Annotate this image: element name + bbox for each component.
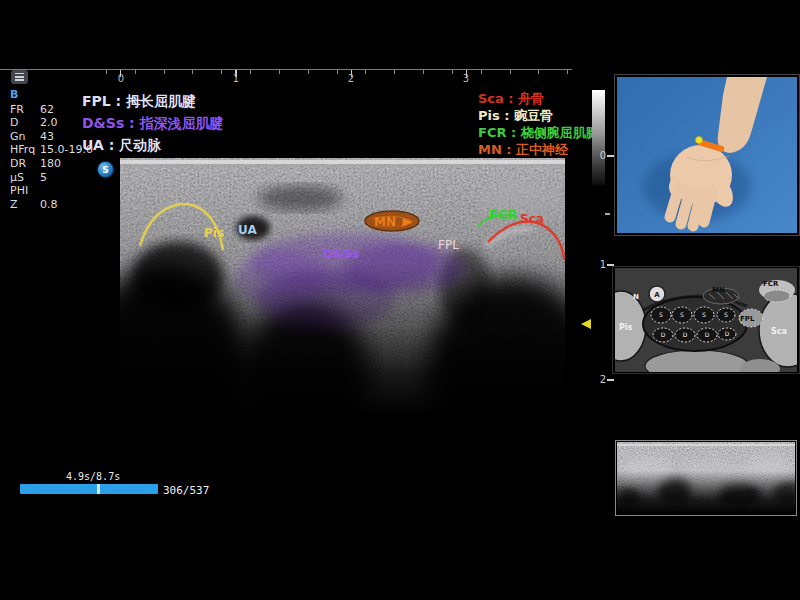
focus-position-marker[interactable] [581, 319, 591, 329]
param-value: 62 [40, 103, 54, 117]
playback-time: 4.9s/8.7s [66, 471, 120, 482]
menu-icon[interactable] [11, 70, 28, 84]
legend-item: FCR : 桡侧腕屈肌腱 [478, 124, 599, 141]
ultrasound-render: Pis UA D&Ss MN FPL FCR Sca [120, 158, 565, 460]
svg-text:S: S [724, 311, 728, 318]
us-label-fcr: FCR [489, 207, 517, 222]
diagram-carpal-tunnel [643, 297, 747, 351]
legend-item: Sca : 舟骨 [478, 90, 599, 107]
probe-position-photo[interactable] [614, 74, 800, 236]
thumbnail-render [617, 442, 795, 514]
svg-text:S: S [680, 311, 684, 318]
param-value: 5 [40, 171, 47, 185]
svg-text:S: S [659, 311, 663, 318]
legend-right: Sca : 舟骨 Pis : 豌豆骨 FCR : 桡侧腕屈肌腱 MN : 正中神… [478, 90, 599, 158]
param-row: μS 5 [10, 171, 93, 185]
svg-text:D: D [661, 331, 666, 338]
legend-item: D&Ss : 指深浅屈肌腱 [82, 112, 224, 134]
param-label: Gn [10, 130, 40, 144]
anatomy-diagram[interactable]: S S S S D D D D N A Pis MN FCR FPL Sca [612, 266, 800, 374]
param-value: 43 [40, 130, 54, 144]
diagram-label-fpl: FPL [740, 315, 755, 323]
us-label-pis: Pis [204, 226, 224, 240]
param-row: DR 180 [10, 157, 93, 171]
depth-ruler-label: 2 [594, 374, 606, 385]
legend-item: UA : 尺动脉 [82, 134, 224, 156]
playback-scrubber[interactable] [20, 484, 158, 494]
legend-left: FPL : 拇长屈肌腱 D&Ss : 指深浅屈肌腱 UA : 尺动脉 [82, 90, 224, 156]
hand-photo-render [617, 77, 797, 233]
top-ruler-ticks [104, 70, 574, 78]
menu-lines-icon [15, 73, 24, 81]
param-label: D [10, 116, 40, 130]
param-value: 0.8 [40, 198, 58, 212]
playback-position-marker[interactable] [97, 484, 100, 494]
param-row: FR 62 [10, 103, 93, 117]
legend-item: FPL : 拇长屈肌腱 [82, 90, 224, 112]
svg-text:D: D [683, 331, 688, 338]
param-value: 2.0 [40, 116, 58, 130]
param-row: PHI [10, 184, 93, 198]
top-ruler-label: 1 [230, 73, 242, 84]
parameter-panel: B FR 62 D 2.0 Gn 43 HFrq 15.0-19.0 DR 18… [10, 88, 93, 211]
anatomy-diagram-render: S S S S D D D D N A Pis MN FCR FPL Sca [615, 268, 797, 372]
top-ruler-label: 3 [460, 73, 472, 84]
param-label: μS [10, 171, 40, 185]
param-label: DR [10, 157, 40, 171]
depth-ruler-label: 1 [594, 259, 606, 270]
us-label-fpl: FPL [438, 238, 459, 252]
diagram-label-n: N [633, 293, 639, 301]
probe-orientation-marker: S [97, 161, 114, 178]
us-label-ua: UA [238, 223, 257, 237]
legend-item: Pis : 豌豆骨 [478, 107, 599, 124]
legend-item: MN : 正中神经 [478, 141, 599, 158]
param-label: Z [10, 198, 40, 212]
diagram-label-fcr: FCR [763, 280, 779, 288]
svg-text:D: D [705, 331, 710, 338]
top-ruler-label: 0 [115, 73, 127, 84]
thumbnail-fade [617, 442, 795, 514]
ultrasound-image[interactable]: Pis UA D&Ss MN FPL FCR Sca [120, 158, 565, 460]
us-label-sca: Sca [520, 212, 544, 226]
param-row: Z 0.8 [10, 198, 93, 212]
diagram-label-sca: Sca [771, 327, 787, 336]
param-value: 180 [40, 157, 61, 171]
param-label: FR [10, 103, 40, 117]
diagram-fcr-tendon [764, 290, 790, 302]
svg-text:S: S [702, 311, 706, 318]
param-row: Gn 43 [10, 130, 93, 144]
param-row: HFrq 15.0-19.0 [10, 143, 93, 157]
top-ruler-label: 2 [345, 73, 357, 84]
depth-ruler-label: 0 [594, 150, 606, 161]
diagram-label-a: A [654, 291, 660, 299]
grayscale-bar [592, 90, 605, 185]
diagram-label-pis: Pis [619, 323, 633, 332]
param-label: HFrq [10, 143, 40, 157]
us-label-mn: MN [374, 215, 396, 229]
svg-text:D: D [725, 330, 730, 337]
probe-band-dot [696, 137, 703, 144]
depth-ruler-tick [607, 379, 614, 381]
param-row: D 2.0 [10, 116, 93, 130]
us-label-dss: D&Ss [323, 247, 359, 261]
playback-frame-counter: 306/537 [163, 484, 209, 497]
depth-ruler-tick [607, 155, 614, 157]
param-label: PHI [10, 184, 40, 198]
mode-indicator: B [10, 88, 93, 102]
ultrasound-screen: 0 1 2 3 B FR 62 D 2.0 Gn 43 HFrq 15.0-19… [0, 0, 800, 600]
depth-ruler-tick [605, 213, 610, 215]
diagram-label-mn: MN [712, 286, 725, 294]
reference-ultrasound-thumbnail[interactable] [615, 440, 797, 516]
